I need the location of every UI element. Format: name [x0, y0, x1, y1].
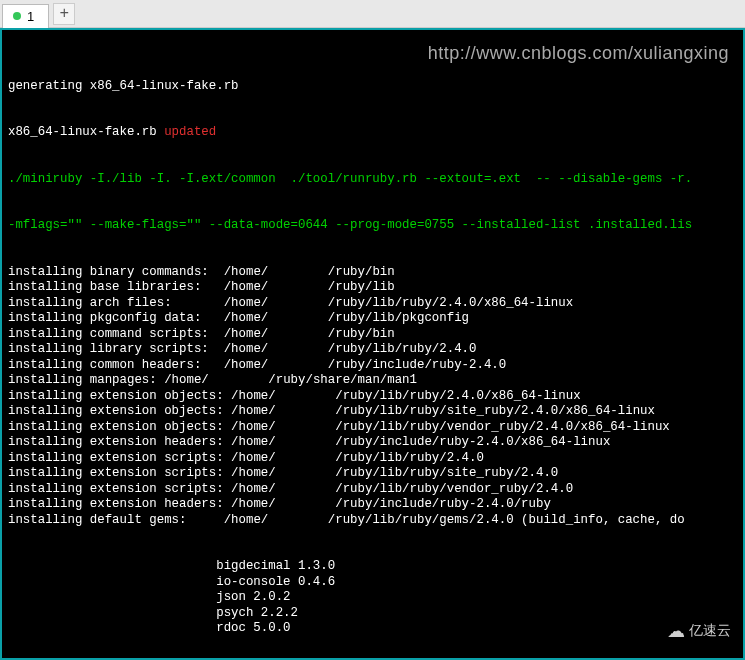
output-line: x86_64-linux-fake.rb updated: [8, 125, 737, 141]
yisu-label: 亿速云: [689, 622, 731, 640]
output-line: -mflags="" --make-flags="" --data-mode=0…: [8, 218, 737, 234]
output-line: installing extension scripts: /home/xxxx…: [8, 466, 737, 482]
output-line: installing command scripts: /home/xxxxxx…: [8, 327, 737, 343]
new-tab-button[interactable]: +: [53, 3, 75, 25]
terminal-tab[interactable]: 1: [2, 4, 49, 28]
output-line: installing manpages: /home/xxxxxxxx/ruby…: [8, 373, 737, 389]
output-line: installing extension scripts: /home/xxxx…: [8, 451, 737, 467]
cloud-icon: ☁: [667, 620, 685, 643]
terminal[interactable]: http://www.cnblogs.com/xuliangxing gener…: [0, 28, 745, 660]
output-line: bigdecimal 1.3.0: [8, 559, 737, 575]
output-line: installing base libraries: /home/xxxxxxx…: [8, 280, 737, 296]
output-line: installing extension objects: /home/xxxx…: [8, 420, 737, 436]
output-line: installing extension objects: /home/xxxx…: [8, 389, 737, 405]
output-line: installing library scripts: /home/xxxxxx…: [8, 342, 737, 358]
output-line: installing default gems: /home/xxxxxxxx/…: [8, 513, 737, 529]
tab-active-indicator: [13, 12, 21, 20]
output-line: installing extension scripts: /home/xxxx…: [8, 482, 737, 498]
output-line: installing binary commands: /home/xxxxxx…: [8, 265, 737, 281]
tab-label: 1: [27, 9, 34, 24]
output-line: ./miniruby -I./lib -I. -I.ext/common ./t…: [8, 172, 737, 188]
output-line: installing arch files: /home/xxxxxxxx/ru…: [8, 296, 737, 312]
tab-bar: 1 +: [0, 0, 745, 28]
install-output: installing binary commands: /home/xxxxxx…: [8, 265, 737, 529]
output-line: generating x86_64-linux-fake.rb: [8, 79, 737, 95]
output-line: installing extension headers: /home/xxxx…: [8, 497, 737, 513]
output-line: io-console 0.4.6: [8, 575, 737, 591]
blog-watermark: http://www.cnblogs.com/xuliangxing: [428, 42, 729, 65]
default-gems-output: bigdecimal 1.3.0 io-console 0.4.6 json 2…: [8, 559, 737, 637]
output-line: json 2.0.2: [8, 590, 737, 606]
output-line: installing common headers: /home/xxxxxxx…: [8, 358, 737, 374]
output-line: psych 2.2.2: [8, 606, 737, 622]
output-line: installing extension headers: /home/xxxx…: [8, 435, 737, 451]
output-line: installing pkgconfig data: /home/xxxxxxx…: [8, 311, 737, 327]
yisu-watermark: ☁ 亿速云: [667, 620, 731, 643]
plus-icon: +: [59, 5, 69, 23]
output-line: rdoc 5.0.0: [8, 621, 737, 637]
output-line: installing extension objects: /home/xxxx…: [8, 404, 737, 420]
